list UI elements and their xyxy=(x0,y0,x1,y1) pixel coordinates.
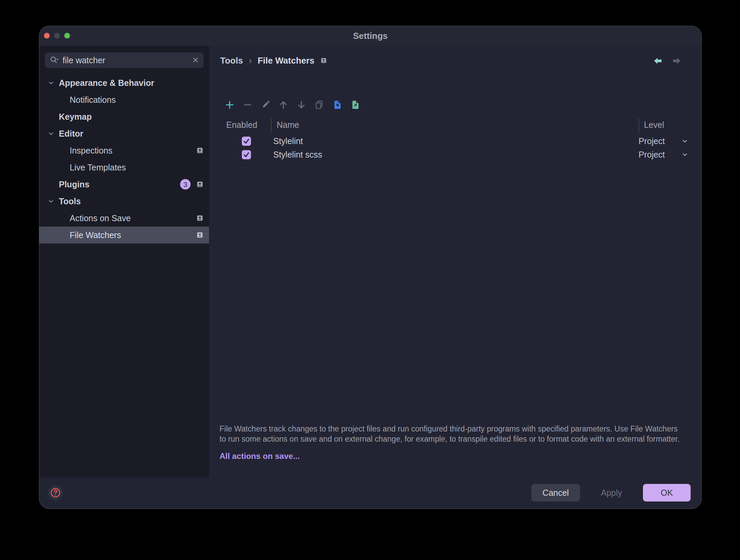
breadcrumb: Tools › File Watchers xyxy=(220,55,327,66)
chevron-down-icon[interactable] xyxy=(681,137,689,145)
sidebar-item-plugins[interactable]: Plugins 3 xyxy=(39,176,209,193)
remove-watcher-button[interactable] xyxy=(242,99,253,110)
column-divider[interactable] xyxy=(271,119,272,133)
clear-search-icon[interactable]: ✕ xyxy=(192,56,199,64)
sidebar-item-label: Appearance & Behavior xyxy=(59,78,154,88)
back-arrow-icon[interactable] xyxy=(653,57,662,65)
column-divider[interactable] xyxy=(639,119,639,133)
pencil-icon xyxy=(261,100,270,110)
sidebar-item-inspections[interactable]: Inspections xyxy=(39,142,209,159)
plus-icon xyxy=(225,100,234,110)
window-title: Settings xyxy=(39,26,701,46)
chevron-down-icon[interactable] xyxy=(48,130,54,137)
sidebar-item-label: Actions on Save xyxy=(70,213,131,223)
import-watchers-button[interactable] xyxy=(331,99,343,110)
move-up-button[interactable] xyxy=(278,99,289,110)
profile-badge-icon xyxy=(196,181,204,188)
arrow-down-icon xyxy=(297,100,306,110)
checkmark-icon xyxy=(243,151,250,158)
file-watchers-panel: Tools › File Watchers xyxy=(209,46,701,509)
dialog-footer: Cancel Apply OK xyxy=(39,477,701,509)
file-watchers-description: File Watchers track changes to the proje… xyxy=(219,424,684,444)
column-header-enabled: Enabled xyxy=(226,120,257,130)
apply-button[interactable]: Apply xyxy=(589,484,633,501)
chevron-down-icon[interactable] xyxy=(681,151,689,158)
column-header-name: Name xyxy=(277,120,299,130)
sidebar-item-label: Keymap xyxy=(59,112,92,122)
cancel-button[interactable]: Cancel xyxy=(531,484,580,501)
sidebar-item-appearance-behavior[interactable]: Appearance & Behavior xyxy=(39,74,209,91)
sidebar-item-editor[interactable]: Editor xyxy=(39,125,209,142)
search-input[interactable]: file watcher ✕ xyxy=(45,52,204,68)
sidebar-item-notifications[interactable]: Notifications xyxy=(39,91,209,108)
search-history-chevron-icon xyxy=(56,59,59,60)
plugins-count-badge: 3 xyxy=(180,179,191,190)
sidebar-item-label: Tools xyxy=(59,196,81,206)
search-icon xyxy=(50,56,59,65)
import-file-icon xyxy=(332,100,342,110)
sidebar-item-label: Inspections xyxy=(70,146,112,156)
settings-sidebar: file watcher ✕ Appearance & Behavior Not… xyxy=(39,46,209,478)
watchers-table-header: Enabled Name Level xyxy=(209,120,693,132)
export-watchers-button[interactable] xyxy=(349,99,361,110)
profile-badge-icon xyxy=(196,214,204,222)
copy-icon xyxy=(315,100,324,110)
chevron-down-icon[interactable] xyxy=(48,198,54,205)
sidebar-item-label: Live Templates xyxy=(70,163,126,172)
minus-icon xyxy=(243,100,252,110)
table-row[interactable]: Stylelint Project xyxy=(209,134,693,148)
breadcrumb-file-watchers: File Watchers xyxy=(258,55,315,66)
chevron-down-icon[interactable] xyxy=(48,79,54,86)
help-icon xyxy=(50,487,61,498)
add-watcher-button[interactable] xyxy=(224,99,235,110)
sidebar-item-file-watchers[interactable]: File Watchers xyxy=(39,227,209,243)
settings-tree: Appearance & Behavior Notifications Keym… xyxy=(39,74,209,243)
profile-badge-icon xyxy=(196,231,204,239)
enabled-checkbox[interactable] xyxy=(242,150,251,159)
all-actions-on-save-link[interactable]: All actions on save... xyxy=(219,451,300,461)
arrow-up-icon xyxy=(279,100,288,110)
sidebar-item-actions-on-save[interactable]: Actions on Save xyxy=(39,210,209,227)
column-header-level: Level xyxy=(644,120,664,130)
help-button[interactable] xyxy=(48,485,63,500)
search-query: file watcher xyxy=(63,55,192,65)
watchers-table: Stylelint Project Stylelint scss Project xyxy=(209,134,693,161)
sidebar-item-label: Plugins xyxy=(59,180,89,189)
sidebar-item-label: Notifications xyxy=(70,95,116,105)
profile-badge-icon xyxy=(320,57,327,64)
edit-watcher-button[interactable] xyxy=(260,99,271,110)
table-row[interactable]: Stylelint scss Project xyxy=(209,148,693,161)
profile-badge-icon xyxy=(196,147,204,154)
watchers-toolbar xyxy=(224,99,361,110)
watcher-name: Stylelint scss xyxy=(273,150,322,160)
watcher-level-select[interactable]: Project xyxy=(639,136,665,146)
watcher-name: Stylelint xyxy=(273,136,303,146)
watcher-level-select[interactable]: Project xyxy=(639,150,665,160)
history-navigation xyxy=(653,57,681,65)
sidebar-item-label: File Watchers xyxy=(70,230,121,240)
copy-watcher-button[interactable] xyxy=(314,99,325,110)
titlebar: Settings xyxy=(39,26,701,46)
move-down-button[interactable] xyxy=(296,99,307,110)
ok-button[interactable]: OK xyxy=(643,484,691,501)
breadcrumb-separator-icon: › xyxy=(249,55,252,66)
export-file-icon xyxy=(350,100,360,110)
sidebar-item-keymap[interactable]: Keymap xyxy=(39,108,209,125)
sidebar-item-label: Editor xyxy=(59,129,83,139)
sidebar-item-tools[interactable]: Tools xyxy=(39,193,209,210)
sidebar-item-live-templates[interactable]: Live Templates xyxy=(39,159,209,176)
breadcrumb-tools[interactable]: Tools xyxy=(220,55,243,66)
enabled-checkbox[interactable] xyxy=(242,137,251,146)
checkmark-icon xyxy=(243,138,250,145)
settings-dialog: Settings file watcher ✕ Appearance & Beh… xyxy=(39,26,702,509)
forward-arrow-icon[interactable] xyxy=(672,57,681,65)
